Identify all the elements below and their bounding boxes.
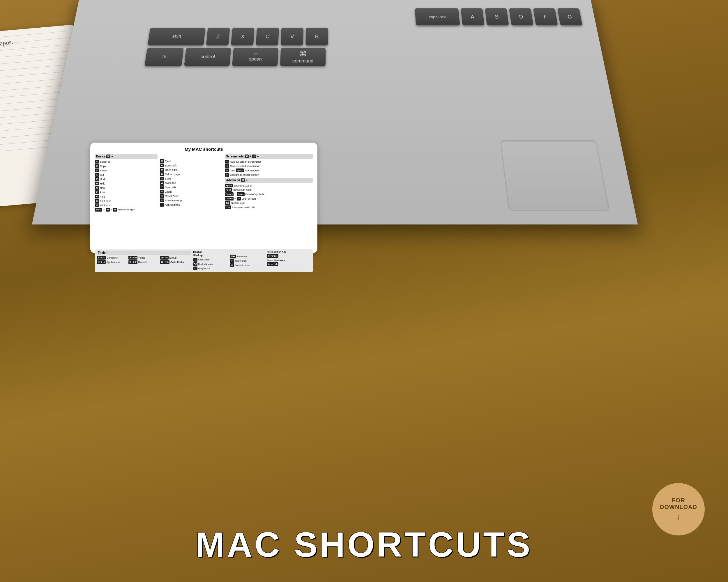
shortcut-open-file: O Open a file [160, 168, 223, 172]
shortcut-show-desktop: F3 Show Desktop [160, 198, 223, 202]
advanced-header: Advanced ⌘ + [225, 178, 313, 183]
shortcut-new: N New [95, 186, 158, 190]
basics-header: Basics ⌘ + [95, 154, 158, 159]
key-z[interactable]: Z [206, 28, 230, 46]
shortcut-spotlight: Space Spotlight search [225, 184, 313, 187]
shortcut-find: F Find [95, 195, 158, 198]
finder-right: ⌘+⇧+I iCloud ⌘+⇧+G Go to Folder [160, 256, 191, 265]
download-badge[interactable]: FOR DOWNLOAD ↓ [652, 483, 705, 535]
key-fn[interactable]: fn [145, 48, 184, 66]
shortcut-zoom: +/- Zoom [160, 190, 223, 194]
key-row-fn: fn control alt option ⌘ command [145, 48, 591, 66]
key-v[interactable]: V [281, 28, 304, 46]
page-title: MAC SHORTCUTS [0, 524, 728, 564]
shortcut-pick-window: 4 then Space pick window [225, 168, 313, 172]
startup-header-col: Hold at Start up ⌥ Safe Mode ⌥ Boot Mana… [193, 251, 229, 271]
shortcut-emojis: Control + Space Emojis/Symbols [225, 192, 313, 196]
shortcut-hide: H Hide [95, 182, 158, 185]
key-command[interactable]: ⌘ command [280, 48, 326, 66]
key-d[interactable]: D [509, 8, 534, 25]
force-quit-col: Force quit an App ⌘+⌥+Esc Force Shutdown… [267, 251, 311, 271]
shortcut-undo: Z Undo [95, 177, 158, 181]
basics-right-section: E Eject D Bookmark O Open a file R Reloa… [160, 154, 223, 248]
finder-middle: ⌘+⇧+H Home ⌘+⇧+F Recents [128, 256, 159, 265]
shortcut-capture-record: 5 Capture or record screen [225, 173, 313, 177]
download-icon: ↓ [676, 512, 681, 522]
screenshots-header: Screenshots ⌘ + ⇧ + [225, 154, 313, 159]
key-x[interactable]: X [231, 28, 255, 46]
finder-startup-section: Finder ⌘+⇧+C Computer ⌘+⇧+A Applications… [95, 249, 313, 272]
shortcuts-sticker: My MAC shortcuts Basics ⌘ + A Select all… [90, 143, 317, 253]
key-a[interactable]: A [461, 8, 485, 25]
shortcut-fullscreen: 3 Take fullscreen screenshot [225, 160, 313, 164]
shortcut-eject: E Eject [160, 159, 223, 163]
key-control[interactable]: control [184, 48, 231, 66]
key-g[interactable]: G [557, 8, 582, 25]
finder-section: Finder ⌘+⇧+C Computer ⌘+⇧+A Applications… [97, 251, 191, 271]
finder-left: ⌘+⇧+C Computer ⌘+⇧+A Applications [97, 256, 127, 265]
shortcut-reload: R Reload page [160, 172, 223, 176]
sticker-content: Basics ⌘ + A Select all C Copy V Paste X… [95, 154, 313, 248]
sticker-title: My MAC shortcuts [95, 147, 313, 151]
shortcut-select-all: A Select all [95, 160, 158, 164]
finder-header: Finder [97, 251, 191, 255]
shortcut-cut: X Cut [95, 173, 158, 177]
shortcut-paste: V Paste [95, 168, 158, 172]
shortcut-app-settings: , App Settings [160, 203, 223, 206]
key-f[interactable]: F [533, 8, 558, 25]
key-s[interactable]: S [485, 8, 509, 25]
shortcut-bookmark: D Bookmark [160, 164, 223, 167]
startup-section: Hold at Start up ⌥ Safe Mode ⌥ Boot Mana… [193, 251, 311, 271]
shortcut-print: P Print [95, 190, 158, 194]
key-b[interactable]: B [306, 28, 328, 46]
key-row-capslock: caps lock A S D F G [151, 8, 582, 25]
shortcut-close-tab: W Close tab [160, 181, 223, 185]
key-capslock[interactable]: caps lock [415, 8, 460, 25]
shortcut-switch-apps: Tab Switch apps [225, 201, 313, 205]
shortcut-minimize-all: ⌘+⌥ + M + H Minimize all apps [95, 208, 158, 212]
shortcut-save: S Save [160, 177, 223, 181]
trackpad[interactable] [500, 140, 610, 211]
shortcut-reopen-tab: ⇧+T Re-open closed tab [225, 205, 313, 209]
key-option[interactable]: alt option [232, 48, 278, 66]
shortcut-lock-screen: Control + D Lock screen [225, 197, 313, 200]
key-shift[interactable]: shift [148, 28, 205, 46]
key-row-shift: shift Z X C V B [148, 28, 586, 46]
key-c[interactable]: C [256, 28, 279, 46]
shortcut-reset-zoom: 0 Reset Zoom [160, 194, 223, 198]
shortcut-copy: C Copy [95, 164, 158, 168]
keyboard-container: caps lock A S D F G shift Z X C V B fn c… [144, 8, 591, 68]
download-line1: FOR [672, 497, 685, 504]
shortcut-selected-screenshot: 4 Take selected screenshot [225, 164, 313, 168]
basics-section: Basics ⌘ + A Select all C Copy V Paste X… [95, 154, 158, 248]
right-sections: Screenshots ⌘ + ⇧ + 3 Take fullscreen sc… [225, 154, 313, 248]
finder-shortcuts: ⌘+⇧+C Computer ⌘+⇧+A Applications ⌘+⇧+H … [97, 256, 191, 265]
shortcut-open-tab: T Open tab [160, 185, 223, 189]
shortcut-find-next: G Find next [95, 199, 158, 203]
shortcut-show-hide-dock: ⌥+D Show/Hide dock [225, 188, 313, 192]
startup-right-col: ⌘+R Recovery T Target Disk C Bootable dr… [230, 251, 266, 271]
shortcut-minimize: M Minimize [95, 203, 158, 207]
download-line2: DOWNLOAD [660, 504, 697, 510]
